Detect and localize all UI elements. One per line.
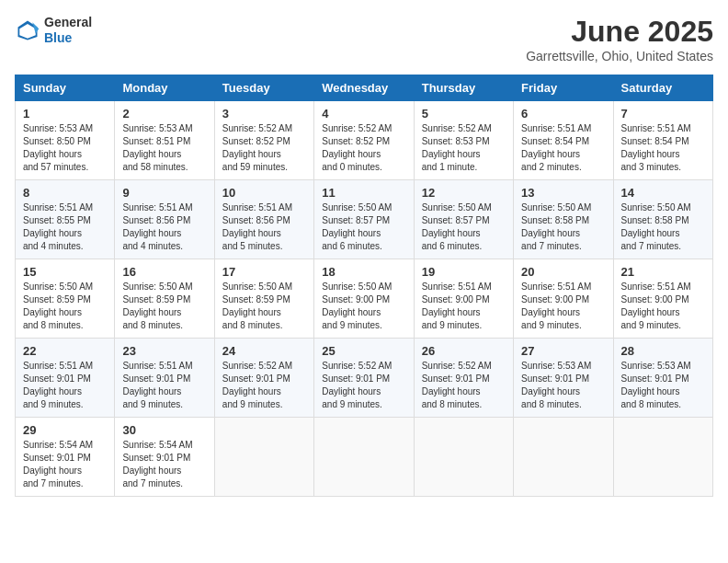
day-cell-8: 8Sunrise: 5:51 AMSunset: 8:55 PMDaylight… xyxy=(16,180,115,259)
day-cell-3: 3Sunrise: 5:52 AMSunset: 8:52 PMDaylight… xyxy=(214,101,313,180)
col-header-wednesday: Wednesday xyxy=(314,75,414,101)
day-number: 21 xyxy=(621,265,705,279)
day-info: Sunrise: 5:51 AMSunset: 9:01 PMDaylight … xyxy=(122,360,206,411)
day-info: Sunrise: 5:50 AMSunset: 8:57 PMDaylight … xyxy=(322,201,405,253)
day-cell-17: 17Sunrise: 5:50 AMSunset: 8:59 PMDayligh… xyxy=(214,259,313,339)
day-cell-5: 5Sunrise: 5:52 AMSunset: 8:53 PMDaylight… xyxy=(414,101,513,180)
col-header-friday: Friday xyxy=(514,75,613,101)
day-info: Sunrise: 5:51 AMSunset: 9:01 PMDaylight … xyxy=(23,360,107,411)
day-number: 5 xyxy=(422,107,506,121)
day-number: 29 xyxy=(23,423,107,437)
day-number: 18 xyxy=(322,265,405,279)
day-info: Sunrise: 5:50 AMSunset: 8:58 PMDaylight … xyxy=(521,201,605,253)
day-info: Sunrise: 5:50 AMSunset: 9:00 PMDaylight … xyxy=(322,281,405,332)
day-cell-22: 22Sunrise: 5:51 AMSunset: 9:01 PMDayligh… xyxy=(16,339,115,418)
day-number: 26 xyxy=(422,344,506,358)
day-cell-26: 26Sunrise: 5:52 AMSunset: 9:01 PMDayligh… xyxy=(414,339,513,418)
day-number: 2 xyxy=(122,107,206,121)
logo: General Blue xyxy=(15,15,92,46)
day-info: Sunrise: 5:50 AMSunset: 8:57 PMDaylight … xyxy=(422,201,506,253)
day-cell-12: 12Sunrise: 5:50 AMSunset: 8:57 PMDayligh… xyxy=(414,180,513,259)
day-cell-2: 2Sunrise: 5:53 AMSunset: 8:51 PMDaylight… xyxy=(115,101,214,180)
day-cell-19: 19Sunrise: 5:51 AMSunset: 9:00 PMDayligh… xyxy=(414,259,513,339)
day-number: 12 xyxy=(422,186,506,200)
empty-cell xyxy=(414,418,513,497)
day-cell-6: 6Sunrise: 5:51 AMSunset: 8:54 PMDaylight… xyxy=(514,101,613,180)
empty-cell xyxy=(314,418,414,497)
calendar-week-1: 1Sunrise: 5:53 AMSunset: 8:50 PMDaylight… xyxy=(16,101,713,180)
location: Garrettsville, Ohio, United States xyxy=(526,49,713,63)
day-cell-13: 13Sunrise: 5:50 AMSunset: 8:58 PMDayligh… xyxy=(514,180,613,259)
col-header-thursday: Thursday xyxy=(414,75,513,101)
day-number: 15 xyxy=(23,265,107,279)
page-header: General Blue June 2025 Garrettsville, Oh… xyxy=(15,15,713,63)
day-info: Sunrise: 5:51 AMSunset: 8:56 PMDaylight … xyxy=(222,201,306,253)
day-cell-14: 14Sunrise: 5:50 AMSunset: 8:58 PMDayligh… xyxy=(613,180,712,259)
day-number: 19 xyxy=(422,265,506,279)
day-info: Sunrise: 5:53 AMSunset: 9:01 PMDaylight … xyxy=(521,360,605,411)
calendar-week-3: 15Sunrise: 5:50 AMSunset: 8:59 PMDayligh… xyxy=(16,259,713,339)
day-number: 14 xyxy=(621,186,705,200)
day-cell-21: 21Sunrise: 5:51 AMSunset: 9:00 PMDayligh… xyxy=(613,259,712,339)
day-number: 23 xyxy=(122,344,206,358)
col-header-tuesday: Tuesday xyxy=(214,75,313,101)
day-info: Sunrise: 5:53 AMSunset: 8:50 PMDaylight … xyxy=(23,122,107,174)
day-number: 13 xyxy=(521,186,605,200)
day-cell-7: 7Sunrise: 5:51 AMSunset: 8:54 PMDaylight… xyxy=(613,101,712,180)
day-number: 1 xyxy=(23,107,107,121)
day-info: Sunrise: 5:52 AMSunset: 8:53 PMDaylight … xyxy=(422,122,506,174)
day-cell-20: 20Sunrise: 5:51 AMSunset: 9:00 PMDayligh… xyxy=(514,259,613,339)
day-number: 17 xyxy=(222,265,306,279)
day-info: Sunrise: 5:52 AMSunset: 8:52 PMDaylight … xyxy=(222,122,306,174)
day-info: Sunrise: 5:51 AMSunset: 9:00 PMDaylight … xyxy=(621,281,705,332)
empty-cell xyxy=(514,418,613,497)
day-number: 11 xyxy=(322,186,405,200)
day-number: 22 xyxy=(23,344,107,358)
calendar-table: SundayMondayTuesdayWednesdayThursdayFrid… xyxy=(15,75,713,497)
month-title: June 2025 xyxy=(526,15,713,49)
day-cell-27: 27Sunrise: 5:53 AMSunset: 9:01 PMDayligh… xyxy=(514,339,613,418)
day-number: 7 xyxy=(621,107,705,121)
day-info: Sunrise: 5:52 AMSunset: 8:52 PMDaylight … xyxy=(322,122,405,174)
day-info: Sunrise: 5:50 AMSunset: 8:59 PMDaylight … xyxy=(122,281,206,332)
day-number: 3 xyxy=(222,107,306,121)
day-info: Sunrise: 5:50 AMSunset: 8:58 PMDaylight … xyxy=(621,201,705,253)
calendar-header-row: SundayMondayTuesdayWednesdayThursdayFrid… xyxy=(16,75,713,101)
day-info: Sunrise: 5:52 AMSunset: 9:01 PMDaylight … xyxy=(422,360,506,411)
day-number: 4 xyxy=(322,107,405,121)
day-number: 27 xyxy=(521,344,605,358)
empty-cell xyxy=(613,418,712,497)
day-info: Sunrise: 5:51 AMSunset: 8:54 PMDaylight … xyxy=(521,122,605,174)
day-info: Sunrise: 5:51 AMSunset: 9:00 PMDaylight … xyxy=(521,281,605,332)
logo-general: General xyxy=(44,15,92,29)
calendar-week-2: 8Sunrise: 5:51 AMSunset: 8:55 PMDaylight… xyxy=(16,180,713,259)
day-cell-24: 24Sunrise: 5:52 AMSunset: 9:01 PMDayligh… xyxy=(214,339,313,418)
day-info: Sunrise: 5:53 AMSunset: 8:51 PMDaylight … xyxy=(122,122,206,174)
day-cell-10: 10Sunrise: 5:51 AMSunset: 8:56 PMDayligh… xyxy=(214,180,313,259)
col-header-monday: Monday xyxy=(115,75,214,101)
col-header-sunday: Sunday xyxy=(16,75,115,101)
day-info: Sunrise: 5:50 AMSunset: 8:59 PMDaylight … xyxy=(23,281,107,332)
day-number: 10 xyxy=(222,186,306,200)
day-cell-11: 11Sunrise: 5:50 AMSunset: 8:57 PMDayligh… xyxy=(314,180,414,259)
day-number: 28 xyxy=(621,344,705,358)
empty-cell xyxy=(214,418,313,497)
day-info: Sunrise: 5:52 AMSunset: 9:01 PMDaylight … xyxy=(322,360,405,411)
day-info: Sunrise: 5:51 AMSunset: 8:56 PMDaylight … xyxy=(122,201,206,253)
day-cell-16: 16Sunrise: 5:50 AMSunset: 8:59 PMDayligh… xyxy=(115,259,214,339)
day-cell-1: 1Sunrise: 5:53 AMSunset: 8:50 PMDaylight… xyxy=(16,101,115,180)
day-info: Sunrise: 5:51 AMSunset: 8:54 PMDaylight … xyxy=(621,122,705,174)
day-number: 6 xyxy=(521,107,605,121)
day-number: 30 xyxy=(122,423,206,437)
day-number: 20 xyxy=(521,265,605,279)
day-info: Sunrise: 5:50 AMSunset: 8:59 PMDaylight … xyxy=(222,281,306,332)
logo-text: General Blue xyxy=(44,15,92,46)
day-info: Sunrise: 5:53 AMSunset: 9:01 PMDaylight … xyxy=(621,360,705,411)
day-cell-28: 28Sunrise: 5:53 AMSunset: 9:01 PMDayligh… xyxy=(613,339,712,418)
day-cell-30: 30Sunrise: 5:54 AMSunset: 9:01 PMDayligh… xyxy=(115,418,214,497)
day-number: 9 xyxy=(122,186,206,200)
day-cell-15: 15Sunrise: 5:50 AMSunset: 8:59 PMDayligh… xyxy=(16,259,115,339)
calendar-week-5: 29Sunrise: 5:54 AMSunset: 9:01 PMDayligh… xyxy=(16,418,713,497)
title-block: June 2025 Garrettsville, Ohio, United St… xyxy=(526,15,713,63)
day-cell-18: 18Sunrise: 5:50 AMSunset: 9:00 PMDayligh… xyxy=(314,259,414,339)
